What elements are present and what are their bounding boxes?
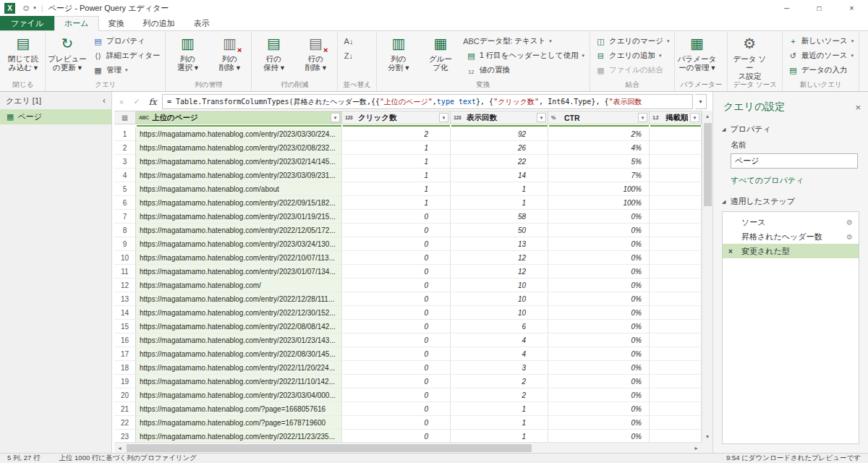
- cell-position[interactable]: [650, 361, 702, 375]
- cell-position[interactable]: [650, 292, 702, 306]
- cell-clicks[interactable]: 0: [342, 347, 451, 361]
- cell-position[interactable]: [650, 182, 702, 196]
- row-number[interactable]: 11: [114, 265, 136, 279]
- cell-ctr[interactable]: 0%: [548, 334, 650, 347]
- tab-view[interactable]: 表示: [184, 16, 219, 30]
- cell-clicks[interactable]: 0: [342, 430, 451, 442]
- cell-impressions[interactable]: 10: [451, 306, 548, 320]
- column-header-掲載順位[interactable]: 1.2掲載順位▾: [650, 111, 702, 124]
- cell-impressions[interactable]: 22: [451, 155, 548, 169]
- query-item-0[interactable]: ▦ページ: [0, 109, 111, 124]
- cell-ctr[interactable]: 0%: [548, 388, 650, 402]
- cell-impressions[interactable]: 2: [451, 375, 548, 388]
- cell-clicks[interactable]: 0: [342, 292, 451, 306]
- remove-rows-button[interactable]: ▤×行の 削除 ▾: [294, 32, 336, 80]
- cell-ctr[interactable]: 4%: [548, 141, 650, 155]
- cell-ctr[interactable]: 0%: [548, 237, 650, 251]
- cell-ctr[interactable]: 0%: [548, 347, 650, 361]
- query-name-input[interactable]: [731, 153, 858, 169]
- sort-az-button[interactable]: A↓: [340, 34, 357, 48]
- cell-clicks[interactable]: 0: [342, 279, 451, 292]
- refresh-button[interactable]: ↻プレビュー の更新 ▾: [46, 32, 88, 80]
- filter-button[interactable]: ▾: [537, 113, 546, 122]
- formula-input[interactable]: = Table.TransformColumnTypes(昇格されたヘッダー数,…: [162, 94, 693, 109]
- cell-ctr[interactable]: 0%: [548, 224, 650, 237]
- vertical-scroll-thumb[interactable]: [704, 123, 712, 206]
- collapse-sidebar-icon[interactable]: ‹: [103, 95, 106, 106]
- cell-position[interactable]: [650, 320, 702, 334]
- cell-impressions[interactable]: 12: [451, 265, 548, 279]
- cell-url[interactable]: https://magatamamo.hatenablog.com/entry/…: [136, 292, 342, 306]
- horizontal-scroll-thumb[interactable]: [127, 444, 532, 452]
- row-number[interactable]: 7: [114, 210, 136, 224]
- cell-ctr[interactable]: 5%: [548, 155, 650, 169]
- cell-position[interactable]: [650, 279, 702, 292]
- combine-files-button[interactable]: ▦ファイルの結合: [592, 63, 673, 77]
- cell-clicks[interactable]: 1: [342, 196, 451, 210]
- cell-position[interactable]: [650, 265, 702, 279]
- formula-expand-button[interactable]: ▾: [695, 94, 707, 109]
- applied-steps-section-header[interactable]: ◢ 適用したステップ: [713, 192, 868, 208]
- group-by-button[interactable]: ▦グルー プ化: [420, 32, 461, 80]
- data-source-settings-button[interactable]: ⚙データ ソー ス設定: [728, 32, 770, 80]
- cell-position[interactable]: [650, 224, 702, 237]
- close-load-button[interactable]: ▤閉じて読 み込む ▾: [2, 32, 44, 80]
- cell-clicks[interactable]: 1: [342, 169, 451, 182]
- cell-ctr[interactable]: 100%: [548, 196, 650, 210]
- cell-ctr[interactable]: 0%: [548, 361, 650, 375]
- advanced-editor-button[interactable]: ⟨⟩詳細エディター: [90, 48, 163, 63]
- cell-clicks[interactable]: 0: [342, 416, 451, 430]
- row-number[interactable]: 12: [114, 279, 136, 292]
- cell-ctr[interactable]: 0%: [548, 292, 650, 306]
- tab-transform[interactable]: 変換: [99, 16, 134, 30]
- row-number[interactable]: 16: [114, 334, 136, 347]
- cell-url[interactable]: https://magatamamo.hatenablog.com/entry/…: [136, 361, 342, 375]
- cell-url[interactable]: https://magatamamo.hatenablog.com/entry/…: [136, 196, 342, 210]
- row-number[interactable]: 13: [114, 292, 136, 306]
- column-header-クリック数[interactable]: 123クリック数▾: [342, 111, 451, 124]
- cell-clicks[interactable]: 0: [342, 265, 451, 279]
- cell-clicks[interactable]: 0: [342, 251, 451, 265]
- applied-step-0[interactable]: ソース⚙: [723, 215, 859, 229]
- cell-url[interactable]: https://magatamamo.hatenablog.com/entry/…: [136, 169, 342, 182]
- manage-parameters-button[interactable]: ▦パラメータ ーの管理 ▾: [676, 32, 718, 80]
- cell-position[interactable]: [650, 430, 702, 442]
- cell-clicks[interactable]: 1: [342, 182, 451, 196]
- cell-position[interactable]: [650, 196, 702, 210]
- cell-ctr[interactable]: 0%: [548, 430, 650, 442]
- cell-ctr[interactable]: 0%: [548, 320, 650, 334]
- cell-url[interactable]: https://magatamamo.hatenablog.com/entry/…: [136, 265, 342, 279]
- cell-impressions[interactable]: 26: [451, 141, 548, 155]
- cell-position[interactable]: [650, 375, 702, 388]
- cell-url[interactable]: https://magatamamo.hatenablog.com/entry/…: [136, 251, 342, 265]
- cell-impressions[interactable]: 1: [451, 402, 548, 416]
- cell-url[interactable]: https://magatamamo.hatenablog.com/entry/…: [136, 155, 342, 169]
- tab-file[interactable]: ファイル: [0, 16, 54, 30]
- cell-position[interactable]: [650, 237, 702, 251]
- cell-position[interactable]: [650, 402, 702, 416]
- cell-url[interactable]: https://magatamamo.hatenablog.com/about: [136, 182, 342, 196]
- replace-values-button[interactable]: ₁₂値の置換: [463, 63, 587, 77]
- cell-ctr[interactable]: 7%: [548, 169, 650, 182]
- cell-impressions[interactable]: 92: [451, 127, 548, 141]
- cell-ctr[interactable]: 0%: [548, 251, 650, 265]
- cell-impressions[interactable]: 4: [451, 347, 548, 361]
- cell-clicks[interactable]: 1: [342, 155, 451, 169]
- cell-url[interactable]: https://magatamamo.hatenablog.com/entry/…: [136, 127, 342, 141]
- step-settings-gear-icon[interactable]: ⚙: [846, 218, 853, 226]
- cell-url[interactable]: https://magatamamo.hatenablog.com/entry/…: [136, 334, 342, 347]
- column-header-上位のページ[interactable]: ABC上位のページ▾: [136, 111, 342, 124]
- cell-ctr[interactable]: 0%: [548, 402, 650, 416]
- cell-position[interactable]: [650, 306, 702, 320]
- scroll-right-icon[interactable]: ▸: [691, 443, 702, 454]
- vertical-scrollbar[interactable]: ▴ ▾: [702, 111, 712, 442]
- cell-url[interactable]: https://magatamamo.hatenablog.com/entry/…: [136, 320, 342, 334]
- row-number[interactable]: 18: [114, 361, 136, 375]
- cell-position[interactable]: [650, 388, 702, 402]
- cell-position[interactable]: [650, 334, 702, 347]
- cell-impressions[interactable]: 50: [451, 224, 548, 237]
- cell-ctr[interactable]: 0%: [548, 416, 650, 430]
- all-properties-link[interactable]: すべてのプロパティ: [731, 175, 858, 186]
- cell-impressions[interactable]: 1: [451, 182, 548, 196]
- tab-home[interactable]: ホーム: [54, 16, 99, 31]
